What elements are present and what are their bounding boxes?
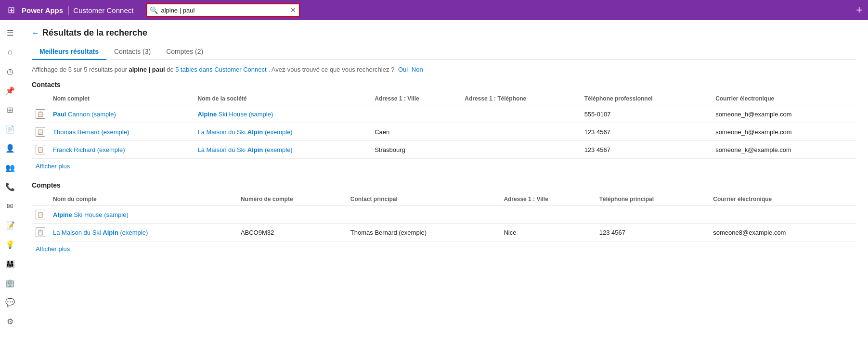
contact-societe-pre-2[interactable]: La Maison du Ski bbox=[197, 128, 247, 136]
sidebar-icon-pin[interactable]: 📌 bbox=[1, 82, 19, 99]
comptes-col-tel: Téléphone principal bbox=[596, 193, 710, 206]
sidebar-icon-group[interactable]: 👨‍👩‍👧 bbox=[1, 255, 19, 272]
contact-societe-highlight-3[interactable]: Alpin bbox=[247, 146, 263, 153]
table-row: 📋 Paul Cannon (sample) Alpine Ski House … bbox=[32, 105, 856, 123]
sidebar-icon-doc[interactable]: 📄 bbox=[1, 120, 19, 138]
compte-post-2[interactable]: (exemple) bbox=[118, 229, 148, 236]
compte-rest-1[interactable]: Ski House (sample) bbox=[72, 211, 129, 218]
table-row: 📋 La Maison du Ski Alpin (exemple) ABCO9… bbox=[32, 224, 856, 241]
sidebar-icon-menu[interactable]: ☰ bbox=[1, 24, 19, 41]
sidebar-icon-home[interactable]: ⌂ bbox=[1, 43, 19, 61]
record-icon: 📋 bbox=[36, 210, 45, 219]
search-container: 🔍 ✕ bbox=[146, 3, 300, 17]
comptes-section-title: Comptes bbox=[32, 181, 856, 189]
contact-email-3[interactable]: someone_k@example.com bbox=[712, 141, 856, 159]
compte-ville-1 bbox=[500, 206, 595, 224]
brand-area: Power Apps | Customer Connect bbox=[22, 5, 133, 16]
compte-numero-1 bbox=[237, 206, 347, 224]
waffle-icon[interactable]: ⊞ bbox=[6, 3, 17, 17]
compte-ville-2: Nice bbox=[500, 224, 595, 241]
contact-societe-3: La Maison du Ski Alpin (exemple) bbox=[194, 141, 371, 159]
search-clear-icon[interactable]: ✕ bbox=[290, 6, 296, 14]
contacts-col-icon bbox=[32, 92, 49, 105]
compte-highlight-2[interactable]: Alpin bbox=[103, 229, 118, 236]
oui-link[interactable]: Oui bbox=[398, 66, 408, 73]
contact-email-2[interactable]: someone_h@example.com bbox=[712, 123, 856, 141]
contacts-col-ville: Adresse 1 : Ville bbox=[371, 92, 461, 105]
summary-line: Affichage de 5 sur 5 résultats pour alpi… bbox=[32, 66, 856, 73]
sidebar-icon-recent[interactable]: ◷ bbox=[1, 63, 19, 80]
compte-contact-2[interactable]: Thomas Bernard (exemple) bbox=[347, 224, 500, 241]
compte-email-1 bbox=[709, 206, 856, 224]
contact-societe-rest-1[interactable]: Ski House (sample) bbox=[217, 111, 273, 118]
compte-pre-2[interactable]: La Maison du Ski bbox=[53, 229, 103, 236]
contact-nom-3: Franck Richard (exemple) bbox=[49, 141, 194, 159]
search-input[interactable] bbox=[161, 7, 287, 14]
contact-name-rest-1[interactable]: Cannon (sample) bbox=[66, 111, 116, 118]
contact-societe-post-3[interactable]: (exemple) bbox=[263, 146, 292, 153]
sidebar-icon-bulb[interactable]: 💡 bbox=[1, 236, 19, 253]
comptes-col-email: Courrier électronique bbox=[709, 193, 856, 206]
sidebar-icon-phone[interactable]: 📞 bbox=[1, 178, 19, 195]
compte-tel-2[interactable]: 123 4567 bbox=[596, 224, 710, 241]
contact-societe-highlight-1[interactable]: Alpine bbox=[197, 111, 217, 118]
comptes-afficher-plus[interactable]: Afficher plus bbox=[32, 241, 74, 256]
contacts-section-title: Contacts bbox=[32, 81, 856, 88]
tab-comptes[interactable]: Comptes (2) bbox=[158, 44, 211, 60]
sidebar-icon-person[interactable]: 👤 bbox=[1, 139, 19, 157]
tabs: Meilleurs résultats Contacts (3) Comptes… bbox=[32, 44, 856, 60]
contact-name-2[interactable]: Thomas Bernard (exemple) bbox=[53, 128, 129, 136]
row-icon: 📋 bbox=[32, 224, 49, 241]
non-link[interactable]: Non bbox=[412, 66, 423, 73]
table-row: 📋 Alpine Ski House (sample) bbox=[32, 206, 856, 224]
contact-societe-2: La Maison du Ski Alpin (exemple) bbox=[194, 123, 371, 141]
sidebar-icon-contacts[interactable]: 👥 bbox=[1, 159, 19, 176]
contacts-col-email: Courrier électronique bbox=[712, 92, 856, 105]
topbar-right: + bbox=[856, 4, 862, 16]
contact-tel1-2 bbox=[461, 123, 580, 141]
contact-societe-pre-3[interactable]: La Maison du Ski bbox=[197, 146, 247, 153]
contact-societe-post-2[interactable]: (exemple) bbox=[263, 128, 292, 136]
contact-nom-1: Paul Cannon (sample) bbox=[49, 105, 194, 123]
contact-ville-3: Strasbourg bbox=[371, 141, 461, 159]
sidebar-icon-mail[interactable]: ✉ bbox=[1, 197, 19, 215]
record-icon: 📋 bbox=[36, 127, 45, 137]
comptes-col-contact: Contact principal bbox=[347, 193, 500, 206]
back-nav: ← Résultats de la recherche bbox=[32, 28, 856, 38]
contact-nom-2: Thomas Bernard (exemple) bbox=[49, 123, 194, 141]
tab-contacts[interactable]: Contacts (3) bbox=[106, 44, 158, 60]
summary-question: . Avez-vous trouvé ce que vous recherchi… bbox=[268, 66, 394, 73]
contact-email-1[interactable]: someone_h@example.com bbox=[712, 105, 856, 123]
sidebar-icon-building[interactable]: 🏢 bbox=[1, 274, 19, 291]
contact-tel-pro-1[interactable]: 555-0107 bbox=[581, 105, 712, 123]
back-arrow-icon[interactable]: ← bbox=[32, 29, 39, 38]
record-icon: 📋 bbox=[36, 227, 45, 237]
sidebar-icon-grid[interactable]: ⊞ bbox=[1, 101, 19, 118]
summary-middle: de bbox=[167, 66, 175, 73]
contact-tel-pro-3[interactable]: 123 4567 bbox=[581, 141, 712, 159]
row-icon: 📋 bbox=[32, 206, 49, 224]
comptes-col-icon bbox=[32, 193, 49, 206]
contact-tel-pro-2[interactable]: 123 4567 bbox=[581, 123, 712, 141]
sidebar-icon-notes[interactable]: 📝 bbox=[1, 216, 19, 234]
sidebar-icon-chat[interactable]: 💬 bbox=[1, 293, 19, 311]
sidebar-icon-settings[interactable]: ⚙ bbox=[1, 313, 19, 330]
compte-email-2[interactable]: someone8@example.com bbox=[709, 224, 856, 241]
contact-societe-highlight-2[interactable]: Alpin bbox=[247, 128, 263, 136]
compte-tel-1 bbox=[596, 206, 710, 224]
record-icon: 📋 bbox=[36, 145, 45, 154]
contacts-col-tel1: Adresse 1 : Téléphone bbox=[461, 92, 580, 105]
compte-highlight-1[interactable]: Alpine bbox=[53, 211, 72, 218]
contact-name-highlight-1[interactable]: Paul bbox=[53, 111, 66, 118]
contact-name-3[interactable]: Franck Richard (exemple) bbox=[53, 146, 125, 153]
contacts-afficher-plus[interactable]: Afficher plus bbox=[32, 159, 74, 174]
sidebar: ☰ ⌂ ◷ 📌 ⊞ 📄 👤 👥 📞 ✉ 📝 💡 👨‍👩‍👧 🏢 💬 ⚙ bbox=[0, 20, 20, 341]
brand-name: Power Apps bbox=[22, 6, 63, 14]
add-button[interactable]: + bbox=[856, 4, 862, 16]
page-title: Résultats de la recherche bbox=[42, 28, 147, 38]
comptes-col-numero: Numéro de compte bbox=[237, 193, 347, 206]
tab-meilleurs-resultats[interactable]: Meilleurs résultats bbox=[32, 44, 106, 60]
contacts-col-societe: Nom de la société bbox=[194, 92, 371, 105]
contact-societe-1: Alpine Ski House (sample) bbox=[194, 105, 371, 123]
summary-tables-link[interactable]: 5 tables dans Customer Connect bbox=[175, 66, 266, 73]
